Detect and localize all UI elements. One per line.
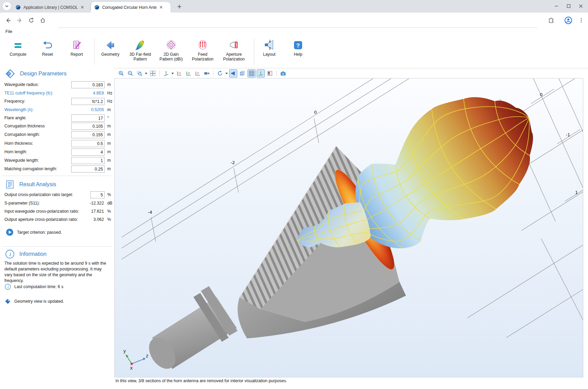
rotate-icon[interactable]: [216, 69, 224, 77]
param-unit: °: [107, 116, 109, 120]
param-label: Waveguide length:: [4, 158, 39, 163]
reset-button[interactable]: Reset: [35, 38, 60, 57]
button-label: Geometry: [101, 52, 120, 57]
triad-y-label: y: [123, 348, 126, 354]
waveguide-length-input[interactable]: [71, 157, 105, 164]
help-button[interactable]: ? Help: [286, 38, 310, 57]
report-button[interactable]: Report: [65, 38, 89, 57]
reload-icon: [28, 17, 34, 23]
grid-toggle-icon[interactable]: [247, 69, 256, 77]
compute-button[interactable]: Compute: [6, 38, 30, 57]
param-unit: m: [107, 82, 111, 87]
tab-close-icon[interactable]: ✕: [80, 5, 84, 10]
param-unit: m: [107, 149, 111, 154]
app-menubar: File: [0, 28, 588, 36]
profile-button[interactable]: [564, 16, 572, 24]
geometry-button[interactable]: Geometry: [97, 38, 124, 57]
axis-label: 1: [575, 190, 578, 195]
dropdown-caret-icon[interactable]: [145, 70, 148, 77]
tab-close-icon[interactable]: ✕: [159, 5, 163, 10]
cross-pol-target-input[interactable]: [90, 191, 105, 198]
flare-angle-input[interactable]: [71, 114, 105, 122]
plus-icon: [177, 4, 182, 9]
minimize-button[interactable]: [551, 2, 562, 10]
color-legend-toggle-icon[interactable]: [266, 69, 274, 77]
maximize-button[interactable]: [563, 2, 574, 10]
graphics-canvas[interactable]: 0 -2 -4 0 -1 1 y z x: [114, 78, 583, 377]
last-computation-row: i Last computation time: 6 s: [5, 284, 63, 290]
param-unit: m: [107, 107, 111, 112]
compute-icon: [12, 38, 24, 52]
zoom-in-icon[interactable]: [117, 69, 125, 77]
home-button[interactable]: [39, 16, 47, 24]
tab-horn-antenna[interactable]: Corrugated Circular Horn Anten ✕: [91, 2, 170, 13]
param-value: 4.8E8: [93, 91, 104, 95]
horn-length-input[interactable]: [71, 148, 105, 156]
minimize-icon: [554, 4, 558, 8]
view-orientation-icon[interactable]: [162, 69, 170, 77]
param-row: Wavelength (λ): 0.5205 m: [0, 106, 114, 114]
param-label: Corrugation thickness: [4, 124, 45, 128]
toolbar-separator: [213, 70, 214, 76]
extensions-button[interactable]: [547, 16, 555, 24]
axes-toggle-icon[interactable]: [257, 69, 265, 77]
button-label: 3D Far-field: [129, 52, 151, 57]
horn-thickness-input[interactable]: [71, 140, 105, 147]
reload-button[interactable]: [27, 16, 35, 24]
axis-label: -4: [148, 210, 152, 215]
snapshot-camera-icon[interactable]: [279, 69, 287, 77]
param-row: Waveguide radius: m: [0, 81, 114, 89]
transparency-icon[interactable]: [238, 69, 246, 77]
view-xz-icon[interactable]: xz: [194, 69, 202, 77]
section-divider: [3, 176, 111, 176]
close-icon: [579, 4, 583, 8]
tab-application-library[interactable]: Application Library | COMSOL S ✕: [12, 2, 90, 13]
result-row: S-parameter (S11): -12.322 dB: [0, 200, 114, 207]
waveguide-radius-input[interactable]: [71, 81, 105, 88]
gain-pattern-2d-button[interactable]: 2D Gain Pattern (dBi): [155, 38, 187, 61]
zoom-extents-icon[interactable]: [149, 69, 157, 77]
tab-search-button[interactable]: [3, 2, 11, 10]
toolbar-separator: [159, 70, 160, 76]
file-menu[interactable]: File: [5, 29, 12, 34]
feed-polarization-button[interactable]: Feed Polarization: [187, 38, 218, 61]
result-analysis-header: Result Analysis: [5, 180, 56, 189]
button-label: Polarization: [223, 57, 245, 62]
param-unit: m: [107, 158, 111, 163]
param-unit: Hz: [107, 99, 112, 104]
frequency-input[interactable]: [71, 98, 105, 105]
aperture-polarization-button[interactable]: Aperture Polarization: [218, 38, 250, 61]
browser-menu-button[interactable]: [577, 16, 585, 24]
new-tab-button[interactable]: [175, 2, 183, 11]
svg-text:yz: yz: [187, 71, 190, 74]
back-button[interactable]: [4, 16, 12, 24]
forward-button[interactable]: [16, 16, 24, 24]
target-criterion-status: Target criterion: passed.: [6, 228, 62, 236]
design-parameters-header: Design Parameters: [5, 69, 67, 79]
scene-lighting-toggle-icon[interactable]: [229, 69, 237, 77]
zoom-box-icon[interactable]: [135, 69, 144, 77]
result-unit: %: [107, 217, 111, 222]
dropdown-caret-icon[interactable]: [171, 70, 174, 77]
far-field-3d-button[interactable]: 3D Far-field Pattern: [125, 38, 155, 61]
perspective-icon[interactable]: [203, 69, 211, 77]
svg-text:xz: xz: [197, 71, 199, 74]
svg-text:?: ?: [296, 42, 300, 49]
button-label: Help: [294, 52, 302, 57]
close-button[interactable]: [575, 2, 587, 10]
view-xy-icon[interactable]: xy: [175, 69, 183, 77]
feed-polarization-icon: [197, 38, 209, 52]
toolbar-separator: [276, 70, 277, 76]
corrugation-length-input[interactable]: [71, 131, 105, 138]
matching-corrugation-length-input[interactable]: [71, 165, 105, 173]
corrugation-thickness-input[interactable]: [71, 123, 105, 130]
dropdown-caret-icon[interactable]: [225, 70, 228, 77]
geometry-horn-icon: [104, 38, 116, 52]
svg-text:xy: xy: [178, 71, 181, 74]
result-label: Input waveguide cross-polarization ratio…: [4, 209, 79, 214]
layout-button[interactable]: Layout: [257, 38, 281, 57]
result-row: Input waveguide cross-polarization ratio…: [0, 208, 114, 215]
zoom-out-icon[interactable]: [126, 69, 134, 77]
comsol-favicon: [16, 5, 21, 10]
view-yz-icon[interactable]: yz: [184, 69, 192, 77]
